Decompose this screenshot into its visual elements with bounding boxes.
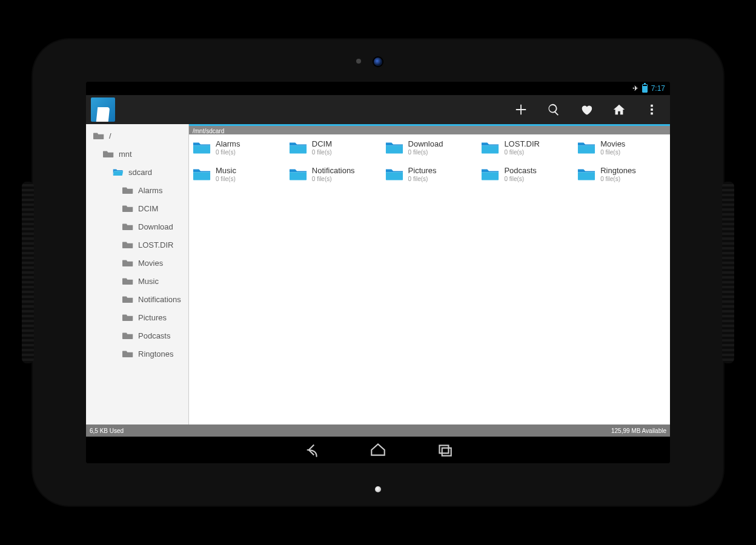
- tablet-device-frame: ✈ 7:17: [33, 39, 723, 506]
- tree-item[interactable]: Notifications: [86, 290, 188, 308]
- tree-item-label: Movies: [138, 259, 163, 268]
- folder-item[interactable]: Download0 file(s): [382, 134, 478, 161]
- overflow-menu-icon: [645, 103, 658, 116]
- tree-item-label: Notifications: [138, 295, 181, 304]
- airplane-mode-icon: ✈: [632, 84, 638, 93]
- folder-icon: [122, 204, 133, 213]
- folder-item[interactable]: Ringtones0 file(s): [574, 161, 670, 188]
- nav-recent-button[interactable]: [436, 441, 454, 459]
- heart-icon: [580, 103, 593, 116]
- folder-item-sub: 0 file(s): [312, 149, 332, 156]
- tree-item-label: Podcasts: [138, 331, 170, 340]
- tree-item[interactable]: Movies: [86, 254, 188, 272]
- android-nav-bar: [86, 437, 670, 463]
- folder-item[interactable]: DCIM0 file(s): [285, 134, 382, 161]
- folder-open-icon: [113, 168, 124, 176]
- folder-item[interactable]: Alarms0 file(s): [189, 134, 285, 161]
- tree-item[interactable]: DCIM: [86, 199, 188, 217]
- tree-item[interactable]: Alarms: [86, 181, 188, 199]
- folder-item-name: Download: [408, 139, 443, 149]
- folder-item-sub: 0 file(s): [408, 149, 443, 156]
- folder-item-name: Ringtones: [600, 166, 636, 176]
- nav-back-button[interactable]: [302, 441, 320, 459]
- tree-item[interactable]: Download: [86, 217, 188, 236]
- folder-icon: [385, 167, 403, 182]
- folder-icon: [385, 140, 403, 155]
- folder-item-meta: Ringtones0 file(s): [600, 166, 636, 183]
- folder-item-meta: Movies0 file(s): [600, 139, 625, 156]
- folder-item-meta: DCIM0 file(s): [312, 139, 332, 156]
- overflow-menu-button[interactable]: [638, 96, 665, 123]
- device-speaker-left: [22, 182, 34, 363]
- nav-home-button[interactable]: [369, 441, 387, 459]
- folder-item-name: Music: [216, 166, 236, 176]
- folder-icon: [481, 167, 499, 182]
- folder-icon: [577, 140, 595, 155]
- android-status-bar: ✈ 7:17: [86, 82, 670, 95]
- folder-icon: [122, 240, 133, 249]
- storage-status-bar: 6,5 KB Used 125,99 MB Available: [86, 424, 670, 437]
- folder-item-name: Notifications: [312, 166, 355, 176]
- folder-item-meta: Alarms0 file(s): [216, 139, 240, 156]
- folder-item[interactable]: Pictures0 file(s): [382, 161, 478, 188]
- nav-home-icon: [369, 441, 387, 459]
- tree-item[interactable]: LOST.DIR: [86, 236, 188, 254]
- app-logo-icon[interactable]: [91, 97, 115, 122]
- folder-item-name: Podcasts: [504, 166, 536, 176]
- folder-item[interactable]: Podcasts0 file(s): [477, 161, 574, 188]
- device-led: [375, 486, 381, 492]
- folder-item[interactable]: Movies0 file(s): [574, 134, 670, 161]
- tree-item-label: LOST.DIR: [138, 240, 174, 249]
- storage-used-label: 6,5 KB Used: [90, 428, 124, 434]
- new-button[interactable]: [508, 96, 534, 123]
- folder-icon: [481, 140, 499, 155]
- tree-item[interactable]: Podcasts: [86, 326, 188, 345]
- action-bar: [86, 95, 670, 124]
- folder-icon: [289, 140, 307, 155]
- svg-rect-4: [442, 448, 451, 456]
- favorite-button[interactable]: [573, 96, 600, 123]
- folder-item[interactable]: LOST.DIR0 file(s): [477, 134, 574, 161]
- folder-icon: [93, 131, 104, 140]
- tree-item[interactable]: Music: [86, 272, 188, 290]
- svg-rect-2: [651, 113, 653, 115]
- svg-rect-1: [651, 108, 653, 111]
- folder-icon: [122, 259, 133, 267]
- device-speaker-right: [722, 182, 734, 363]
- folder-item-name: Movies: [600, 139, 625, 149]
- tree-item-label: Ringtones: [138, 349, 174, 358]
- folder-item-name: Alarms: [216, 139, 240, 149]
- search-button[interactable]: [540, 96, 567, 123]
- folder-tree-sidebar: / mnt sdcard AlarmsDCIMDownloadLOST.DIRM…: [86, 124, 189, 424]
- folder-item-sub: 0 file(s): [216, 176, 236, 183]
- folder-item-meta: Pictures0 file(s): [408, 166, 437, 183]
- plus-icon: [514, 103, 528, 116]
- home-button[interactable]: [606, 96, 632, 123]
- folder-icon: [193, 167, 211, 182]
- tree-item-sdcard[interactable]: sdcard: [86, 163, 188, 181]
- folder-item-sub: 0 file(s): [312, 176, 355, 183]
- tree-item-mnt[interactable]: mnt: [86, 145, 188, 163]
- tree-item-root[interactable]: /: [86, 127, 188, 145]
- folder-item-sub: 0 file(s): [408, 176, 437, 183]
- home-icon: [612, 103, 626, 116]
- tree-item-label: Download: [138, 222, 173, 231]
- folder-icon: [193, 140, 211, 155]
- svg-rect-3: [439, 446, 448, 454]
- tree-item-label: sdcard: [128, 168, 152, 177]
- search-icon: [547, 103, 560, 116]
- tree-item-label: Music: [138, 277, 159, 286]
- folder-item[interactable]: Notifications0 file(s): [285, 161, 382, 188]
- folder-icon: [289, 167, 307, 182]
- folder-icon: [122, 186, 133, 194]
- folder-item[interactable]: Music0 file(s): [189, 161, 285, 188]
- folder-item-name: LOST.DIR: [504, 139, 540, 149]
- main-pane: /mnt/sdcard Alarms0 file(s)DCIM0 file(s)…: [189, 124, 670, 424]
- folder-item-meta: Notifications0 file(s): [312, 166, 355, 183]
- folder-item-sub: 0 file(s): [504, 176, 536, 183]
- back-icon: [302, 441, 320, 459]
- tree-item[interactable]: Ringtones: [86, 345, 188, 363]
- action-bar-actions: [508, 96, 665, 123]
- svg-rect-0: [651, 105, 653, 107]
- tree-item[interactable]: Pictures: [86, 308, 188, 326]
